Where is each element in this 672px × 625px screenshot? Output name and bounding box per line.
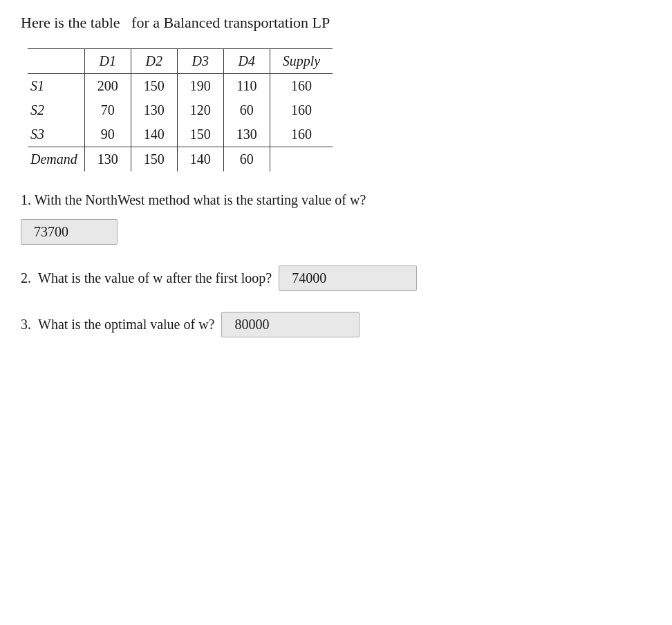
row-label-s3: S3	[28, 122, 84, 147]
q3-answer-box[interactable]: 80000	[221, 312, 360, 337]
cell-demand-supply	[270, 147, 333, 172]
cell-s1-supply: 160	[270, 74, 333, 99]
question-1-section: 1. With the NorthWest method what is the…	[21, 192, 651, 245]
table-row-demand: Demand 130 150 140 60	[28, 147, 333, 172]
cell-s2-supply: 160	[270, 98, 333, 122]
table-header-row: D1 D2 D3 D4 Supply	[28, 49, 333, 74]
cell-s2-d1: 70	[84, 98, 131, 122]
header-d3: D3	[177, 49, 223, 74]
question-1-text: 1. With the NorthWest method what is the…	[21, 192, 651, 208]
row-label-s2: S2	[28, 98, 84, 122]
cell-s2-d3: 120	[177, 98, 223, 122]
title-text: Here is the table	[21, 14, 120, 31]
q2-body: What is the value of w after the first l…	[38, 270, 272, 286]
q1-number: 1.	[21, 192, 31, 207]
q2-answer: 74000	[292, 270, 326, 286]
q1-answer-box[interactable]: 73700	[21, 219, 118, 245]
q3-body: What is the optimal value of w?	[38, 317, 214, 333]
cell-s3-supply: 160	[270, 122, 333, 147]
question-3-section: 3. What is the optimal value of w? 80000	[21, 312, 651, 337]
header-d2: D2	[131, 49, 177, 74]
table-row-s1: S1 200 150 190 110 160	[28, 74, 333, 99]
table-row-s2: S2 70 130 120 60 160	[28, 98, 333, 122]
cell-s1-d1: 200	[84, 74, 131, 99]
q3-number: 3.	[21, 317, 31, 333]
cell-s3-d2: 140	[131, 122, 177, 147]
cell-s2-d2: 130	[131, 98, 177, 122]
transportation-table: D1 D2 D3 D4 Supply S1 200 150 190 110 16…	[28, 48, 651, 171]
header-d1: D1	[84, 49, 131, 74]
q1-body: With the NorthWest method what is the st…	[35, 192, 366, 207]
header-supply: Supply	[270, 49, 333, 74]
row-label-s1: S1	[28, 74, 84, 99]
question-2-inline: 2. What is the value of w after the firs…	[21, 265, 651, 291]
header-empty	[28, 49, 84, 74]
subtitle-text: for a Balanced transportation LP	[131, 14, 330, 31]
q3-answer: 80000	[234, 317, 269, 332]
cell-demand-d1: 130	[84, 147, 131, 172]
cell-s1-d4: 110	[223, 74, 270, 99]
cell-s3-d1: 90	[84, 122, 131, 147]
q2-number: 2.	[21, 270, 31, 286]
cell-s3-d3: 150	[177, 122, 223, 147]
table-row-s3: S3 90 140 150 130 160	[28, 122, 333, 147]
q1-answer: 73700	[34, 224, 68, 239]
page-title: Here is the table for a Balanced transpo…	[21, 14, 651, 32]
header-d4: D4	[223, 49, 270, 74]
cell-demand-d4: 60	[223, 147, 270, 172]
cell-s1-d2: 150	[131, 74, 177, 99]
cell-s3-d4: 130	[223, 122, 270, 147]
row-label-demand: Demand	[28, 147, 84, 172]
q2-answer-box[interactable]: 74000	[279, 265, 417, 291]
question-3-inline: 3. What is the optimal value of w? 80000	[21, 312, 651, 337]
cell-demand-d3: 140	[177, 147, 223, 172]
cell-s1-d3: 190	[177, 74, 223, 99]
cell-s2-d4: 60	[223, 98, 270, 122]
cell-demand-d2: 150	[131, 147, 177, 172]
question-2-section: 2. What is the value of w after the firs…	[21, 265, 651, 291]
